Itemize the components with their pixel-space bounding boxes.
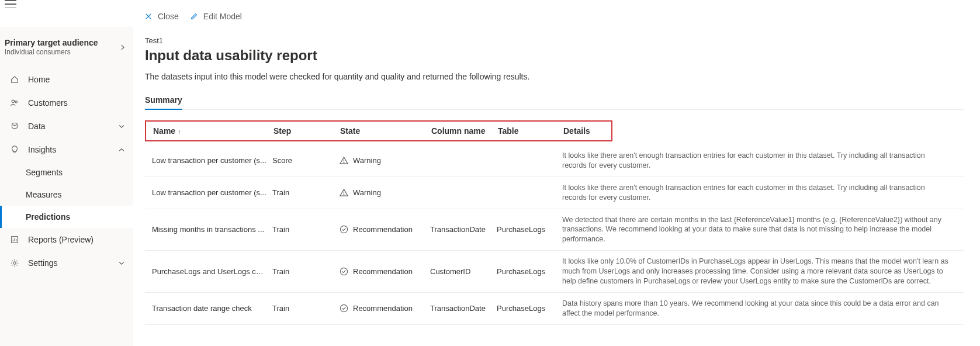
- table-header-row: Name↑ Step State Column name Table Detai…: [145, 120, 612, 141]
- cell-state: Warning: [339, 188, 430, 198]
- checkmark-circle-icon: [339, 225, 348, 234]
- nav-predictions-label: Predictions: [26, 212, 70, 222]
- table-row[interactable]: PurchaseLogs and UserLogs cus...TrainRec…: [145, 251, 964, 293]
- svg-point-2: [12, 100, 14, 102]
- checkmark-circle-icon: [339, 267, 348, 276]
- cell-state: Warning: [339, 156, 430, 165]
- cell-table: PurchaseLogs: [497, 225, 562, 234]
- header-column[interactable]: Column name: [431, 126, 498, 136]
- svg-point-4: [12, 123, 18, 125]
- table-row[interactable]: Low transaction per customer (s...TrainW…: [145, 177, 964, 209]
- nav-segments[interactable]: Segments: [0, 161, 133, 184]
- cell-name: Low transaction per customer (s...: [152, 156, 272, 165]
- cell-table: PurchaseLogs: [497, 304, 562, 313]
- cell-step: Score: [272, 156, 339, 165]
- sidebar: Primary target audience Individual consu…: [0, 27, 133, 346]
- svg-point-16: [340, 268, 347, 275]
- edit-icon: [189, 12, 199, 21]
- customers-icon: [9, 98, 20, 108]
- insights-icon: [9, 144, 20, 155]
- header-table[interactable]: Table: [498, 126, 563, 136]
- page-title: Input data usability report: [145, 47, 964, 64]
- close-label: Close: [158, 12, 179, 21]
- svg-point-10: [13, 262, 16, 264]
- nav-home-label: Home: [28, 75, 50, 84]
- audience-selector[interactable]: Primary target audience Individual consu…: [0, 32, 133, 65]
- svg-point-15: [340, 226, 347, 233]
- cell-name: Missing months in transactions ...: [152, 225, 272, 234]
- cell-name: PurchaseLogs and UserLogs cus...: [152, 267, 272, 276]
- chevron-right-icon: [119, 44, 126, 51]
- nav-data-label: Data: [28, 122, 46, 131]
- table-row[interactable]: Low transaction per customer (s...ScoreW…: [145, 145, 964, 177]
- reports-icon: [9, 234, 20, 245]
- table-row[interactable]: Transaction date range checkTrainRecomme…: [145, 293, 964, 325]
- cell-table: PurchaseLogs: [497, 267, 562, 276]
- cell-details: Data history spans more than 10 years. W…: [562, 299, 957, 319]
- header-name[interactable]: Name↑: [153, 126, 273, 136]
- nav-data[interactable]: Data: [0, 115, 133, 138]
- nav-reports-label: Reports (Preview): [28, 235, 94, 244]
- breadcrumb: Test1: [145, 36, 964, 45]
- nav-customers-label: Customers: [28, 98, 68, 108]
- header-details[interactable]: Details: [563, 126, 604, 136]
- cell-name: Transaction date range check: [152, 304, 272, 313]
- cell-state: Recommendation: [339, 225, 430, 234]
- chevron-up-icon: [118, 146, 125, 153]
- cell-column: TransactionDate: [430, 304, 497, 313]
- table-row[interactable]: Missing months in transactions ...TrainR…: [145, 209, 964, 251]
- header-step[interactable]: Step: [273, 126, 340, 136]
- tab-summary[interactable]: Summary: [145, 92, 182, 109]
- cell-details: We detected that there are certain month…: [562, 215, 957, 245]
- nav-customers[interactable]: Customers: [0, 91, 133, 115]
- nav-reports[interactable]: Reports (Preview): [0, 228, 133, 251]
- data-icon: [9, 121, 20, 132]
- home-icon: [9, 74, 20, 85]
- cell-details: It looks like there aren't enough transa…: [562, 183, 957, 203]
- nav-insights-label: Insights: [28, 145, 56, 154]
- nav-settings-label: Settings: [28, 258, 58, 268]
- settings-icon: [9, 258, 20, 268]
- sort-asc-icon: ↑: [178, 128, 181, 135]
- checkmark-circle-icon: [339, 304, 348, 313]
- svg-point-17: [340, 305, 347, 312]
- page-description: The datasets input into this model were …: [145, 72, 964, 81]
- header-state[interactable]: State: [340, 126, 431, 136]
- cell-step: Train: [272, 304, 339, 313]
- nav-settings[interactable]: Settings: [0, 251, 133, 275]
- chevron-down-icon: [118, 123, 125, 130]
- edit-model-label: Edit Model: [203, 12, 242, 21]
- nav-insights[interactable]: Insights: [0, 138, 133, 161]
- cell-state: Recommendation: [339, 304, 430, 313]
- nav-measures[interactable]: Measures: [0, 184, 133, 206]
- nav-segments-label: Segments: [26, 168, 63, 177]
- report-table: Name↑ Step State Column name Table Detai…: [145, 120, 964, 325]
- svg-point-12: [343, 162, 344, 163]
- main-content: Test1 Input data usability report The da…: [133, 27, 980, 346]
- cell-details: It looks like there aren't enough transa…: [562, 151, 957, 171]
- svg-point-14: [343, 195, 344, 195]
- cell-details: It looks like only 10.0% of CustomerIDs …: [562, 257, 957, 286]
- cell-step: Train: [272, 188, 339, 197]
- nav-home[interactable]: Home: [0, 68, 133, 91]
- audience-subtitle: Individual consumers: [5, 48, 98, 57]
- svg-point-3: [15, 101, 18, 103]
- tabs: Summary: [145, 92, 964, 110]
- cell-name: Low transaction per customer (s...: [152, 188, 272, 197]
- audience-title: Primary target audience: [5, 37, 98, 48]
- warning-icon: [339, 188, 348, 198]
- nav-predictions[interactable]: Predictions: [0, 206, 133, 228]
- chevron-down-icon: [118, 260, 125, 267]
- cell-step: Train: [272, 267, 339, 276]
- cell-step: Train: [272, 225, 339, 234]
- nav-measures-label: Measures: [26, 190, 61, 199]
- close-button[interactable]: Close: [144, 12, 179, 21]
- edit-model-button[interactable]: Edit Model: [189, 12, 242, 21]
- close-icon: [144, 12, 153, 21]
- cell-state: Recommendation: [339, 267, 430, 276]
- warning-icon: [339, 156, 348, 165]
- cell-column: CustomerID: [430, 267, 497, 276]
- cell-column: TransactionDate: [430, 225, 497, 234]
